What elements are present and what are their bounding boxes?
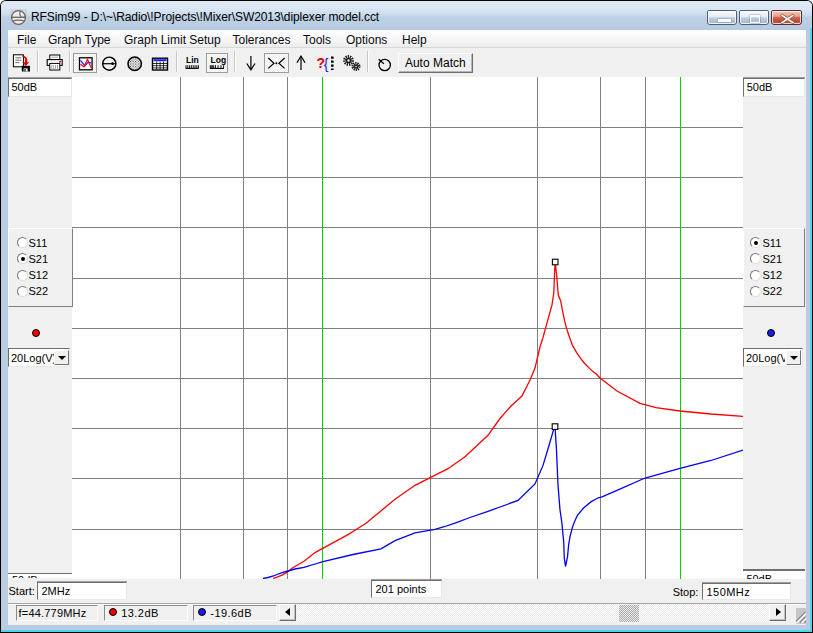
svg-text:Log: Log <box>211 54 227 64</box>
svg-text:{: { <box>324 55 329 71</box>
svg-text:Lin: Lin <box>186 54 199 64</box>
